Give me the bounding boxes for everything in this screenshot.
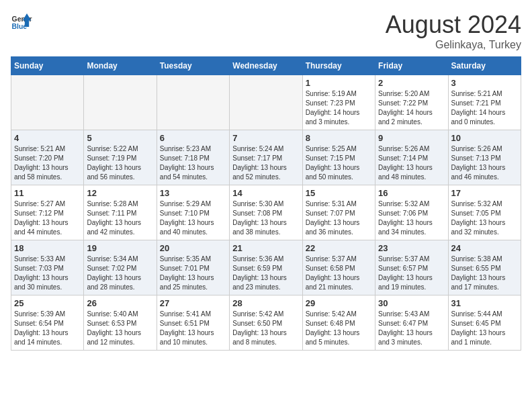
table-row: 13Sunrise: 5:29 AM Sunset: 7:10 PM Dayli… bbox=[157, 185, 229, 240]
calendar-row: 4Sunrise: 5:21 AM Sunset: 7:20 PM Daylig… bbox=[11, 130, 521, 185]
table-row bbox=[230, 75, 302, 130]
table-row: 16Sunrise: 5:32 AM Sunset: 7:06 PM Dayli… bbox=[375, 185, 448, 240]
table-row: 28Sunrise: 5:42 AM Sunset: 6:50 PM Dayli… bbox=[230, 295, 302, 351]
day-number: 4 bbox=[14, 133, 81, 143]
table-row: 23Sunrise: 5:37 AM Sunset: 6:57 PM Dayli… bbox=[375, 240, 448, 295]
table-row: 20Sunrise: 5:35 AM Sunset: 7:01 PM Dayli… bbox=[157, 240, 229, 295]
day-info: Sunrise: 5:31 AM Sunset: 7:07 PM Dayligh… bbox=[306, 199, 372, 237]
day-number: 27 bbox=[160, 298, 226, 308]
col-sunday: Sunday bbox=[11, 57, 84, 75]
day-number: 19 bbox=[87, 243, 153, 253]
day-info: Sunrise: 5:37 AM Sunset: 6:57 PM Dayligh… bbox=[378, 255, 445, 292]
day-number: 1 bbox=[306, 78, 372, 88]
day-info: Sunrise: 5:43 AM Sunset: 6:47 PM Dayligh… bbox=[378, 310, 445, 347]
day-info: Sunrise: 5:44 AM Sunset: 6:45 PM Dayligh… bbox=[451, 310, 518, 347]
day-number: 23 bbox=[378, 243, 445, 253]
day-info: Sunrise: 5:40 AM Sunset: 6:53 PM Dayligh… bbox=[87, 310, 153, 347]
table-row: 12Sunrise: 5:28 AM Sunset: 7:11 PM Dayli… bbox=[84, 185, 157, 240]
day-number: 30 bbox=[378, 298, 445, 308]
day-number: 7 bbox=[232, 133, 299, 143]
day-number: 18 bbox=[14, 243, 81, 253]
day-number: 24 bbox=[451, 243, 518, 253]
day-info: Sunrise: 5:42 AM Sunset: 6:48 PM Dayligh… bbox=[306, 310, 372, 347]
day-number: 15 bbox=[306, 188, 372, 198]
day-info: Sunrise: 5:37 AM Sunset: 6:58 PM Dayligh… bbox=[306, 255, 372, 292]
day-number: 26 bbox=[87, 298, 153, 308]
day-number: 9 bbox=[378, 133, 445, 143]
day-info: Sunrise: 5:19 AM Sunset: 7:23 PM Dayligh… bbox=[306, 89, 372, 127]
col-saturday: Saturday bbox=[448, 57, 521, 75]
day-info: Sunrise: 5:33 AM Sunset: 7:03 PM Dayligh… bbox=[14, 255, 81, 292]
table-row: 8Sunrise: 5:25 AM Sunset: 7:15 PM Daylig… bbox=[302, 130, 375, 185]
table-row: 25Sunrise: 5:39 AM Sunset: 6:54 PM Dayli… bbox=[11, 295, 84, 351]
page-header: General Blue August 2024 Gelinkaya, Turk… bbox=[11, 11, 521, 51]
table-row: 19Sunrise: 5:34 AM Sunset: 7:02 PM Dayli… bbox=[84, 240, 157, 295]
table-row: 10Sunrise: 5:26 AM Sunset: 7:13 PM Dayli… bbox=[448, 130, 521, 185]
day-info: Sunrise: 5:27 AM Sunset: 7:12 PM Dayligh… bbox=[14, 199, 81, 237]
day-info: Sunrise: 5:21 AM Sunset: 7:20 PM Dayligh… bbox=[14, 144, 81, 182]
logo-icon: General Blue bbox=[11, 11, 32, 32]
day-info: Sunrise: 5:35 AM Sunset: 7:01 PM Dayligh… bbox=[160, 255, 226, 292]
table-row bbox=[84, 75, 157, 130]
day-info: Sunrise: 5:28 AM Sunset: 7:11 PM Dayligh… bbox=[87, 199, 153, 237]
day-number: 21 bbox=[232, 243, 299, 253]
day-info: Sunrise: 5:38 AM Sunset: 6:55 PM Dayligh… bbox=[451, 255, 518, 292]
table-row: 21Sunrise: 5:36 AM Sunset: 6:59 PM Dayli… bbox=[230, 240, 302, 295]
day-number: 2 bbox=[378, 78, 445, 88]
col-monday: Monday bbox=[84, 57, 157, 75]
table-row: 22Sunrise: 5:37 AM Sunset: 6:58 PM Dayli… bbox=[302, 240, 375, 295]
day-info: Sunrise: 5:32 AM Sunset: 7:05 PM Dayligh… bbox=[451, 199, 518, 237]
day-info: Sunrise: 5:30 AM Sunset: 7:08 PM Dayligh… bbox=[232, 199, 299, 237]
col-tuesday: Tuesday bbox=[157, 57, 229, 75]
table-row: 27Sunrise: 5:41 AM Sunset: 6:51 PM Dayli… bbox=[157, 295, 229, 351]
day-number: 5 bbox=[87, 133, 153, 143]
calendar-row: 18Sunrise: 5:33 AM Sunset: 7:03 PM Dayli… bbox=[11, 240, 521, 295]
day-info: Sunrise: 5:34 AM Sunset: 7:02 PM Dayligh… bbox=[87, 255, 153, 292]
table-row: 6Sunrise: 5:23 AM Sunset: 7:18 PM Daylig… bbox=[157, 130, 229, 185]
day-info: Sunrise: 5:29 AM Sunset: 7:10 PM Dayligh… bbox=[160, 199, 226, 237]
table-row: 18Sunrise: 5:33 AM Sunset: 7:03 PM Dayli… bbox=[11, 240, 84, 295]
calendar-table: Sunday Monday Tuesday Wednesday Thursday… bbox=[11, 56, 521, 351]
day-number: 11 bbox=[14, 188, 81, 198]
calendar-row: 1Sunrise: 5:19 AM Sunset: 7:23 PM Daylig… bbox=[11, 75, 521, 130]
table-row: 17Sunrise: 5:32 AM Sunset: 7:05 PM Dayli… bbox=[448, 185, 521, 240]
table-row bbox=[157, 75, 229, 130]
day-info: Sunrise: 5:26 AM Sunset: 7:13 PM Dayligh… bbox=[451, 144, 518, 182]
day-number: 28 bbox=[232, 298, 299, 308]
day-number: 29 bbox=[306, 298, 372, 308]
day-info: Sunrise: 5:24 AM Sunset: 7:17 PM Dayligh… bbox=[232, 144, 299, 182]
table-row: 9Sunrise: 5:26 AM Sunset: 7:14 PM Daylig… bbox=[375, 130, 448, 185]
table-row: 11Sunrise: 5:27 AM Sunset: 7:12 PM Dayli… bbox=[11, 185, 84, 240]
table-row: 26Sunrise: 5:40 AM Sunset: 6:53 PM Dayli… bbox=[84, 295, 157, 351]
table-row: 2Sunrise: 5:20 AM Sunset: 7:22 PM Daylig… bbox=[375, 75, 448, 130]
day-info: Sunrise: 5:42 AM Sunset: 6:50 PM Dayligh… bbox=[232, 310, 299, 347]
day-info: Sunrise: 5:26 AM Sunset: 7:14 PM Dayligh… bbox=[378, 144, 445, 182]
logo: General Blue bbox=[11, 11, 32, 32]
table-row: 3Sunrise: 5:21 AM Sunset: 7:21 PM Daylig… bbox=[448, 75, 521, 130]
location-subtitle: Gelinkaya, Turkey bbox=[386, 39, 521, 51]
day-number: 14 bbox=[232, 188, 299, 198]
day-number: 12 bbox=[87, 188, 153, 198]
day-number: 22 bbox=[306, 243, 372, 253]
day-number: 25 bbox=[14, 298, 81, 308]
day-number: 31 bbox=[451, 298, 518, 308]
table-row bbox=[11, 75, 84, 130]
day-number: 17 bbox=[451, 188, 518, 198]
day-info: Sunrise: 5:36 AM Sunset: 6:59 PM Dayligh… bbox=[232, 255, 299, 292]
day-number: 16 bbox=[378, 188, 445, 198]
day-number: 3 bbox=[451, 78, 518, 88]
day-info: Sunrise: 5:39 AM Sunset: 6:54 PM Dayligh… bbox=[14, 310, 81, 347]
day-info: Sunrise: 5:21 AM Sunset: 7:21 PM Dayligh… bbox=[451, 89, 518, 127]
calendar-row: 11Sunrise: 5:27 AM Sunset: 7:12 PM Dayli… bbox=[11, 185, 521, 240]
day-number: 13 bbox=[160, 188, 226, 198]
day-info: Sunrise: 5:25 AM Sunset: 7:15 PM Dayligh… bbox=[306, 144, 372, 182]
table-row: 7Sunrise: 5:24 AM Sunset: 7:17 PM Daylig… bbox=[230, 130, 302, 185]
table-row: 29Sunrise: 5:42 AM Sunset: 6:48 PM Dayli… bbox=[302, 295, 375, 351]
table-row: 30Sunrise: 5:43 AM Sunset: 6:47 PM Dayli… bbox=[375, 295, 448, 351]
day-number: 8 bbox=[306, 133, 372, 143]
day-info: Sunrise: 5:41 AM Sunset: 6:51 PM Dayligh… bbox=[160, 310, 226, 347]
table-row: 14Sunrise: 5:30 AM Sunset: 7:08 PM Dayli… bbox=[230, 185, 302, 240]
table-row: 31Sunrise: 5:44 AM Sunset: 6:45 PM Dayli… bbox=[448, 295, 521, 351]
title-block: August 2024 Gelinkaya, Turkey bbox=[386, 11, 521, 51]
day-info: Sunrise: 5:20 AM Sunset: 7:22 PM Dayligh… bbox=[378, 89, 445, 127]
